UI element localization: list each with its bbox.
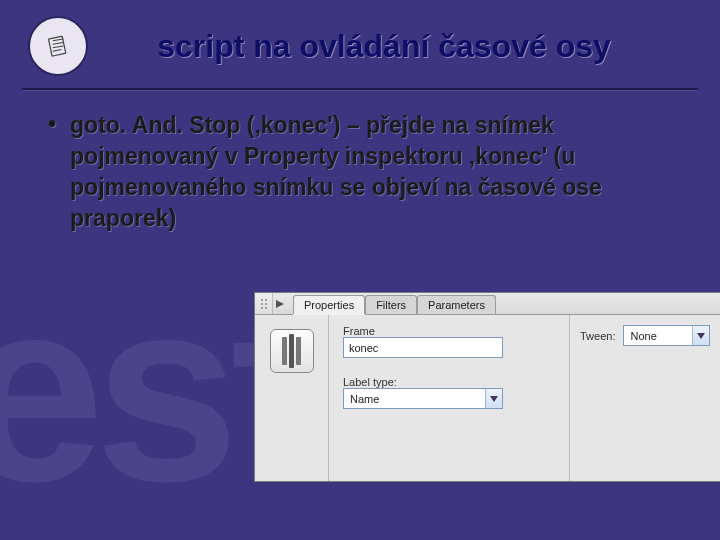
svg-line-1 [53,39,64,41]
chevron-down-icon [692,326,709,345]
labeltype-dropdown[interactable]: Name [343,388,503,409]
svg-marker-11 [276,300,284,308]
divider [22,88,698,90]
property-inspector-panel: Properties Filters Parameters Frame [254,292,720,482]
tab-parameters[interactable]: Parameters [417,295,496,314]
tab-label: Filters [376,299,406,311]
logo-icon [28,16,88,76]
tab-label: Parameters [428,299,485,311]
svg-point-10 [265,307,267,309]
slide-title: script na ovládání časové osy [112,28,696,65]
labeltype-value: Name [344,393,485,405]
panel-grip-icon[interactable] [255,293,273,314]
svg-point-9 [261,307,263,309]
panel-titlebar: Properties Filters Parameters [255,293,720,315]
labeltype-label: Label type: [343,376,555,388]
chevron-down-icon [485,389,502,408]
bullet-item: • goto. And. Stop (‚konec') – přejde na … [48,110,672,234]
svg-point-5 [261,299,263,301]
svg-point-6 [265,299,267,301]
frame-name-input[interactable] [343,337,503,358]
tween-label: Tween: [580,330,615,342]
tab-filters[interactable]: Filters [365,295,417,314]
svg-point-7 [261,303,263,305]
svg-marker-12 [490,396,498,402]
tween-value: None [624,330,692,342]
svg-marker-13 [697,333,705,339]
bullet-marker: • [48,110,56,234]
slide-body: • goto. And. Stop (‚konec') – přejde na … [0,96,720,234]
tab-label: Properties [304,299,354,311]
frame-label: Frame [343,325,555,337]
svg-line-4 [53,50,62,52]
slide-header: script na ovládání časové osy [0,0,720,88]
frame-icon[interactable] [270,329,314,373]
frame-type-icon-area [255,315,329,481]
tween-dropdown[interactable]: None [623,325,710,346]
tab-properties[interactable]: Properties [293,295,365,314]
svg-point-8 [265,303,267,305]
bullet-text: goto. And. Stop (‚konec') – přejde na sn… [70,110,672,234]
panel-tabs: Properties Filters Parameters [287,293,496,314]
svg-line-3 [53,46,64,48]
svg-line-2 [53,43,64,45]
panel-collapse-icon[interactable] [273,293,287,314]
